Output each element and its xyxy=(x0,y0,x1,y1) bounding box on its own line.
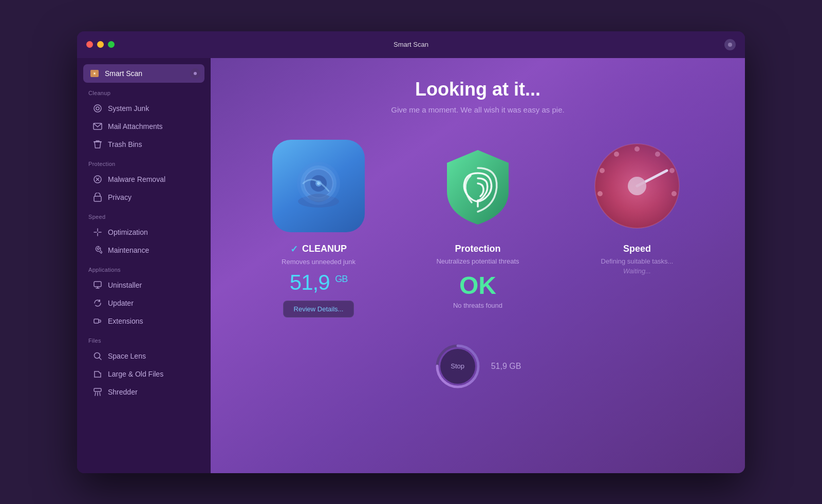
hero-title: Looking at it... xyxy=(415,79,540,100)
updater-icon xyxy=(92,298,103,308)
titlebar: Smart Scan xyxy=(77,31,745,58)
protection-card-title: Protection xyxy=(455,244,500,254)
protection-card-icon xyxy=(432,140,524,232)
sidebar-item-uninstaller[interactable]: Uninstaller xyxy=(81,276,207,294)
sidebar-item-mail-attachments[interactable]: Mail Attachments xyxy=(81,118,207,135)
large-old-files-label: Large & Old Files xyxy=(108,370,163,378)
protection-card-desc: Neutralizes potential threats xyxy=(436,257,519,265)
svg-line-21 xyxy=(95,393,96,396)
extensions-label: Extensions xyxy=(108,317,143,325)
svg-point-3 xyxy=(194,72,197,75)
sidebar-active-label: Smart Scan xyxy=(105,69,142,78)
speed-card-status: Defining suitable tasks... xyxy=(601,257,674,265)
sidebar-item-system-junk[interactable]: System Junk xyxy=(81,100,207,117)
shredder-label: Shredder xyxy=(108,388,138,396)
cleanup-card-icon xyxy=(272,140,365,232)
privacy-label: Privacy xyxy=(108,193,132,201)
svg-point-37 xyxy=(671,191,677,196)
protection-ok-status: OK xyxy=(459,271,496,300)
svg-rect-17 xyxy=(94,319,99,323)
uninstaller-icon xyxy=(92,280,103,290)
maximize-button[interactable] xyxy=(108,41,115,48)
section-label-protection: Protection xyxy=(77,154,211,170)
svg-point-38 xyxy=(614,152,619,157)
sidebar-item-shredder[interactable]: Shredder xyxy=(81,383,207,401)
cleanup-card-value: 51,9 GB xyxy=(290,272,347,293)
space-lens-label: Space Lens xyxy=(108,352,146,360)
svg-rect-20 xyxy=(94,388,101,391)
sidebar-item-trash-bins[interactable]: Trash Bins xyxy=(81,136,207,153)
hero-subtitle: Give me a moment. We all wish it was eas… xyxy=(391,105,564,114)
cards-row: ✓ CLEANUP Removes unneeded junk 51,9 GB … xyxy=(247,140,709,318)
mail-attachments-label: Mail Attachments xyxy=(108,122,163,130)
privacy-icon xyxy=(92,192,103,202)
svg-point-36 xyxy=(669,168,675,173)
uninstaller-label: Uninstaller xyxy=(108,281,142,289)
sidebar-item-updater[interactable]: Updater xyxy=(81,294,207,312)
traffic-lights xyxy=(86,41,115,48)
speed-card-title: Speed xyxy=(623,244,651,254)
stop-ring: Stop xyxy=(435,343,481,389)
sidebar-item-malware-removal[interactable]: Malware Removal xyxy=(81,171,207,188)
speed-card-waiting: Waiting... xyxy=(623,267,651,275)
active-badge xyxy=(190,68,200,79)
optimization-label: Optimization xyxy=(108,228,148,236)
check-badge: ✓ xyxy=(290,244,298,255)
section-label-speed: Speed xyxy=(77,207,211,223)
svg-point-39 xyxy=(600,168,605,173)
cleanup-card: ✓ CLEANUP Removes unneeded junk 51,9 GB … xyxy=(247,140,390,318)
cleanup-card-title: ✓ CLEANUP xyxy=(290,244,347,255)
maintenance-icon xyxy=(92,245,103,255)
malware-removal-label: Malware Removal xyxy=(108,175,165,183)
section-label-cleanup: Cleanup xyxy=(77,83,211,99)
sidebar-item-large-old-files[interactable]: Large & Old Files xyxy=(81,365,207,383)
minimize-button[interactable] xyxy=(97,41,104,48)
sidebar-item-extensions[interactable]: Extensions xyxy=(81,312,207,330)
protection-card: Protection Neutralizes potential threats… xyxy=(406,140,550,309)
stop-area: Stop 51,9 GB xyxy=(435,343,521,389)
large-files-icon xyxy=(92,369,103,379)
extensions-icon xyxy=(92,316,103,326)
stop-button[interactable]: Stop xyxy=(440,349,475,384)
svg-point-34 xyxy=(634,146,640,152)
mail-icon xyxy=(92,121,103,132)
maintenance-label: Maintenance xyxy=(108,246,149,254)
trash-bins-label: Trash Bins xyxy=(108,140,142,148)
speed-card: Speed Defining suitable tasks... Waiting… xyxy=(565,140,709,275)
svg-point-4 xyxy=(94,105,101,112)
svg-point-35 xyxy=(655,152,660,157)
window-title: Smart Scan xyxy=(394,41,428,48)
sidebar-item-maintenance[interactable]: Maintenance xyxy=(81,241,207,259)
svg-point-40 xyxy=(597,191,603,196)
system-junk-label: System Junk xyxy=(108,104,149,113)
optimization-icon xyxy=(92,227,103,237)
svg-point-2 xyxy=(94,72,95,73)
svg-rect-9 xyxy=(94,196,101,201)
main-content: Looking at it... Give me a moment. We al… xyxy=(211,58,745,473)
shredder-icon xyxy=(92,387,103,397)
review-details-button[interactable]: Review Details... xyxy=(283,301,354,318)
svg-point-5 xyxy=(96,107,99,110)
trash-icon xyxy=(92,139,103,150)
window-icon xyxy=(724,39,736,50)
sidebar-item-privacy[interactable]: Privacy xyxy=(81,189,207,206)
malware-icon xyxy=(92,174,103,184)
section-label-files: Files xyxy=(77,330,211,347)
svg-rect-14 xyxy=(94,282,101,287)
sidebar-item-smart-scan[interactable]: Smart Scan xyxy=(83,64,204,83)
stop-size-label: 51,9 GB xyxy=(491,362,521,371)
sidebar-item-optimization[interactable]: Optimization xyxy=(81,223,207,241)
sidebar: Smart Scan Cleanup System Junk xyxy=(77,58,211,473)
close-button[interactable] xyxy=(86,41,93,48)
updater-label: Updater xyxy=(108,299,134,307)
app-window: Smart Scan Smart Scan Clean xyxy=(77,31,745,473)
section-label-applications: Applications xyxy=(77,259,211,276)
svg-line-19 xyxy=(99,358,101,360)
svg-line-23 xyxy=(100,393,100,396)
svg-point-42 xyxy=(628,177,646,195)
cleanup-card-desc: Removes unneeded junk xyxy=(282,258,356,266)
speed-card-icon xyxy=(591,140,683,232)
sidebar-item-space-lens[interactable]: Space Lens xyxy=(81,347,207,365)
protection-threats-label: No threats found xyxy=(453,302,502,309)
scan-icon xyxy=(89,68,100,79)
